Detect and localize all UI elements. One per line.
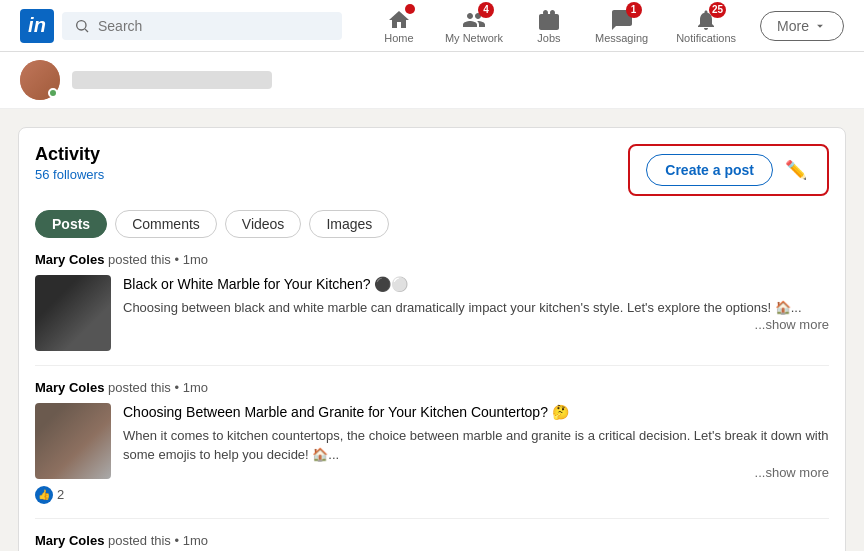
post-separator-3: •	[175, 533, 183, 548]
post-desc-2: When it comes to kitchen countertops, th…	[123, 426, 829, 465]
post-poster-3[interactable]: Mary Coles	[35, 533, 104, 548]
post-poster-2[interactable]: Mary Coles	[35, 380, 104, 395]
svg-point-0	[77, 20, 86, 29]
thumbnail-image-2	[35, 403, 111, 479]
search-bar[interactable]	[62, 12, 342, 40]
post-text-2: Choosing Between Marble and Granite for …	[123, 403, 829, 480]
nav-item-jobs[interactable]: Jobs	[519, 0, 579, 52]
post-title-2: Choosing Between Marble and Granite for …	[123, 403, 829, 423]
nav-items: Home 4 My Network Jobs	[369, 0, 844, 52]
messaging-icon-wrap: 1	[610, 8, 634, 32]
activity-header: Activity 56 followers Create a post ✏️	[35, 144, 829, 196]
linkedin-logo[interactable]: in	[20, 9, 54, 43]
post-item-1: Mary Coles posted this • 1mo Black or Wh…	[35, 238, 829, 366]
post-action-text-2: posted this	[108, 380, 171, 395]
thumbnail-image-1	[35, 275, 111, 351]
nav-label-notifications: Notifications	[676, 32, 736, 44]
post-item-3: Mary Coles posted this • 1mo	[35, 519, 829, 551]
chevron-down-icon	[813, 19, 827, 33]
nav-item-messaging[interactable]: 1 Messaging	[583, 0, 660, 52]
avatar-wrap	[20, 60, 60, 100]
post-desc-1: Choosing between black and white marble …	[123, 298, 829, 318]
jobs-icon-wrap	[537, 8, 561, 32]
main-content: Activity 56 followers Create a post ✏️ P…	[2, 109, 862, 551]
profile-name-blurred	[72, 71, 272, 89]
more-button[interactable]: More	[760, 11, 844, 41]
navbar: in Home 4 My Network	[0, 0, 864, 52]
activity-card: Activity 56 followers Create a post ✏️ P…	[18, 127, 846, 551]
jobs-icon	[537, 8, 561, 32]
post-poster-1[interactable]: Mary Coles	[35, 252, 104, 267]
post-time-1: 1mo	[183, 252, 208, 267]
post-text-1: Black or White Marble for Your Kitchen? …	[123, 275, 829, 351]
profile-row	[0, 52, 864, 109]
post-action-text-1: posted this	[108, 252, 171, 267]
post-title-1: Black or White Marble for Your Kitchen? …	[123, 275, 829, 295]
post-thumbnail-1	[35, 275, 111, 351]
like-reaction-icon: 👍	[35, 486, 53, 504]
nav-item-notifications[interactable]: 25 Notifications	[664, 0, 748, 52]
search-input[interactable]	[98, 18, 330, 34]
network-icon-wrap: 4	[462, 8, 486, 32]
activity-title: Activity	[35, 144, 104, 165]
nav-label-network: My Network	[445, 32, 503, 44]
messaging-badge: 1	[626, 2, 642, 18]
post-time-3: 1mo	[183, 533, 208, 548]
activity-info: Activity 56 followers	[35, 144, 104, 182]
activity-header-right: Create a post ✏️	[628, 144, 829, 196]
svg-line-1	[85, 29, 88, 32]
show-more-1[interactable]: ...show more	[755, 317, 829, 332]
nav-label-messaging: Messaging	[595, 32, 648, 44]
network-badge: 4	[478, 2, 494, 18]
nav-label-jobs: Jobs	[537, 32, 560, 44]
filter-tabs: Posts Comments Videos Images	[35, 210, 829, 238]
home-icon-wrap	[387, 8, 411, 32]
home-badge-dot	[405, 4, 415, 14]
create-post-button[interactable]: Create a post	[646, 154, 773, 186]
tab-posts[interactable]: Posts	[35, 210, 107, 238]
edit-icon[interactable]: ✏️	[781, 155, 811, 185]
post-time-2: 1mo	[183, 380, 208, 395]
post-meta-2: Mary Coles posted this • 1mo	[35, 380, 829, 395]
nav-label-home: Home	[384, 32, 413, 44]
reaction-count-2: 2	[57, 487, 64, 502]
post-meta-3: Mary Coles posted this • 1mo	[35, 533, 829, 548]
post-body-2: Choosing Between Marble and Granite for …	[35, 403, 829, 480]
post-thumbnail-2	[35, 403, 111, 479]
post-action-text-3: posted this	[108, 533, 171, 548]
more-button-label: More	[777, 18, 809, 34]
search-icon	[74, 18, 90, 34]
post-meta-1: Mary Coles posted this • 1mo	[35, 252, 829, 267]
activity-followers[interactable]: 56 followers	[35, 167, 104, 182]
post-separator-2: •	[175, 380, 183, 395]
show-more-2[interactable]: ...show more	[755, 465, 829, 480]
tab-images[interactable]: Images	[309, 210, 389, 238]
post-body-1: Black or White Marble for Your Kitchen? …	[35, 275, 829, 351]
tab-videos[interactable]: Videos	[225, 210, 302, 238]
nav-item-home[interactable]: Home	[369, 0, 429, 52]
online-status-dot	[48, 88, 58, 98]
notifications-badge: 25	[709, 2, 726, 18]
nav-item-network[interactable]: 4 My Network	[433, 0, 515, 52]
post-separator-1: •	[175, 252, 183, 267]
post-reactions-2: 👍 2	[35, 486, 829, 504]
post-item-2: Mary Coles posted this • 1mo Choosing Be…	[35, 366, 829, 519]
tab-comments[interactable]: Comments	[115, 210, 217, 238]
notifications-icon-wrap: 25	[694, 8, 718, 32]
